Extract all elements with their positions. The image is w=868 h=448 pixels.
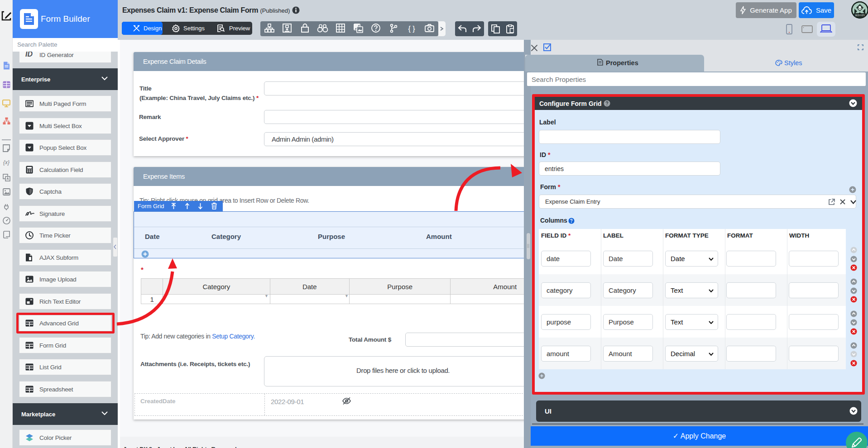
svg-text:admin: admin (855, 13, 865, 17)
